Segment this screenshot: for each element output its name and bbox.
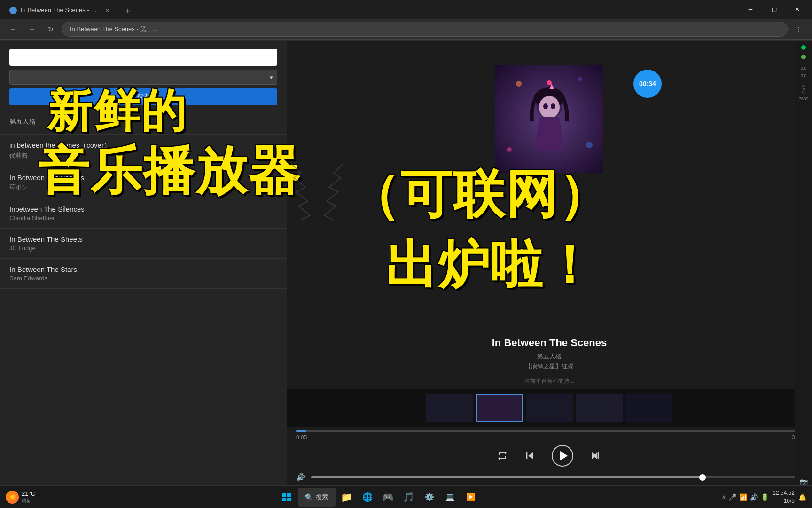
timer-badge: 00:34: [633, 70, 662, 98]
weather-widget[interactable]: ☀️ 21°C 晴朗: [6, 490, 35, 504]
temp-stat: 76°C: [799, 96, 808, 101]
address-text: In Between The Scenes - 第二...: [70, 25, 157, 33]
list-item[interactable]: 第五人格: [0, 111, 287, 135]
search-icon: 🔍: [305, 493, 313, 501]
thumbnail-item[interactable]: [625, 394, 672, 422]
file-explorer-button[interactable]: 📁: [337, 488, 356, 507]
search-button[interactable]: 搜索: [9, 88, 277, 105]
taskbar-center: 🔍 搜索 📁 🌐 🎮 🎵 ⚙️ 💻 ▶️: [38, 488, 719, 507]
weather-icon: ☀️: [6, 491, 19, 504]
current-song-meta: 第五人格 【演绎之星】红蝶: [296, 352, 803, 372]
browser-button[interactable]: 🌐: [358, 488, 377, 507]
game-icon: 🎮: [382, 492, 394, 503]
search-dropdown[interactable]: ▾: [9, 70, 277, 85]
album-art-svg: [495, 65, 603, 173]
search-input[interactable]: [9, 49, 277, 66]
start-button[interactable]: [277, 488, 296, 507]
chevron-down-icon: ▾: [270, 74, 273, 81]
progress-bar[interactable]: [296, 430, 803, 432]
tab-title: In Between The Scenes - 第二...: [21, 6, 100, 15]
svg-rect-14: [282, 493, 286, 497]
extensions-button[interactable]: ⋮: [791, 22, 806, 37]
volume-icon: 🔊: [296, 473, 305, 482]
media-button[interactable]: ▶️: [461, 488, 480, 507]
volume-thumb[interactable]: [699, 474, 706, 481]
timer-value: 00:34: [639, 80, 656, 87]
song-list: 第五人格 in between the scenes（cover） 优莉酱 In…: [0, 111, 287, 289]
taskbar-search-button[interactable]: 🔍 搜索: [298, 488, 336, 507]
svg-point-4: [543, 103, 548, 109]
address-bar[interactable]: In Between The Scenes - 第二...: [62, 22, 788, 37]
previous-button[interactable]: [523, 449, 536, 462]
song-title: In Between The Stars: [9, 265, 277, 273]
media-icon: ▶️: [466, 492, 476, 501]
mic-icon[interactable]: 🎤: [728, 493, 736, 501]
active-tab[interactable]: In Between The Scenes - 第二... ✕: [4, 2, 117, 19]
music-button[interactable]: 🎵: [399, 488, 418, 507]
song-title: In Between The Sheets: [9, 235, 277, 243]
cpu-label: CPU: [801, 85, 806, 94]
forward-button[interactable]: →: [24, 22, 39, 37]
thumbnail-item-active[interactable]: [476, 394, 523, 422]
clock[interactable]: 12:54:52 10/5: [773, 489, 795, 505]
tray-expand-icon[interactable]: ∧: [722, 494, 726, 500]
right-panel: In Between The Scenes 第五人格 【演绎之星】红蝶 当前平台…: [287, 41, 812, 489]
song-artist: 苺ボシ: [9, 183, 277, 191]
net-down-stat: 0.0: [801, 73, 807, 78]
svg-point-3: [539, 96, 560, 119]
svg-marker-13: [560, 451, 568, 460]
side-stats: 0.0 0.0 CPU 76°C 📷: [795, 41, 812, 489]
repeat-button[interactable]: [497, 450, 508, 461]
clock-date: 10/5: [773, 497, 795, 505]
back-button[interactable]: ←: [6, 22, 21, 37]
screenshot-icon: 📷: [800, 478, 808, 485]
net-up-stat: 0.0: [801, 66, 807, 71]
maximize-button[interactable]: ▢: [763, 2, 785, 17]
volume-bar[interactable]: [311, 476, 803, 478]
minimize-button[interactable]: ─: [740, 2, 761, 17]
refresh-button[interactable]: ↻: [43, 22, 58, 37]
new-tab-button[interactable]: +: [120, 4, 135, 19]
list-item[interactable]: in between the scenes（cover） 优莉酱: [0, 135, 287, 167]
search-dropdown-row: ▾: [9, 70, 277, 85]
thumbnail-item[interactable]: [576, 394, 623, 422]
window-controls: ─ ▢ ✕: [740, 2, 808, 17]
volume-fill: [311, 476, 704, 478]
svg-rect-15: [287, 493, 291, 497]
thumbnail-item[interactable]: [426, 394, 473, 422]
play-pause-button[interactable]: [551, 444, 574, 467]
volume-tray-icon[interactable]: 🔊: [750, 493, 758, 501]
list-item[interactable]: In Between The Scenes 苺ボシ: [0, 167, 287, 198]
thumbnail-item[interactable]: [526, 394, 573, 422]
weather-condition: 晴朗: [22, 497, 35, 504]
next-icon: [589, 449, 602, 462]
song-meta-line2: 【演绎之星】红蝶: [296, 362, 803, 372]
list-item[interactable]: In Between The Stars Sam Edwards: [0, 259, 287, 289]
album-art: [495, 65, 603, 173]
song-artist: Sam Edwards: [9, 275, 277, 282]
temperature: 21°C: [22, 490, 35, 497]
svg-rect-17: [287, 498, 291, 501]
close-button[interactable]: ✕: [787, 2, 808, 17]
net-status-dot2: [801, 55, 806, 59]
dev-icon: ⚙️: [425, 492, 434, 501]
screenshot-icon-area: 📷: [800, 478, 808, 485]
song-artist: JC Lodge: [9, 245, 277, 252]
next-button[interactable]: [589, 449, 602, 462]
play-icon: [551, 444, 574, 467]
code-button[interactable]: 💻: [441, 488, 460, 507]
list-item[interactable]: In Between The Sheets JC Lodge: [0, 229, 287, 259]
controls-row: [296, 444, 803, 467]
notification-icon[interactable]: 🔔: [798, 493, 806, 501]
tab-close-button[interactable]: ✕: [103, 7, 111, 14]
progress-fill: [296, 430, 306, 432]
wifi-icon[interactable]: 📶: [739, 493, 747, 501]
temp-value: 76°C: [799, 96, 808, 101]
weather-temp: 21°C 晴朗: [22, 490, 35, 504]
song-artist: 优莉酱: [9, 151, 277, 160]
battery-icon[interactable]: 🔋: [761, 493, 769, 501]
list-item[interactable]: Inbetween The Silences Claudia Sheffner: [0, 198, 287, 229]
dev-button[interactable]: ⚙️: [420, 488, 439, 507]
game-button[interactable]: 🎮: [379, 488, 398, 507]
svg-point-6: [516, 81, 522, 87]
